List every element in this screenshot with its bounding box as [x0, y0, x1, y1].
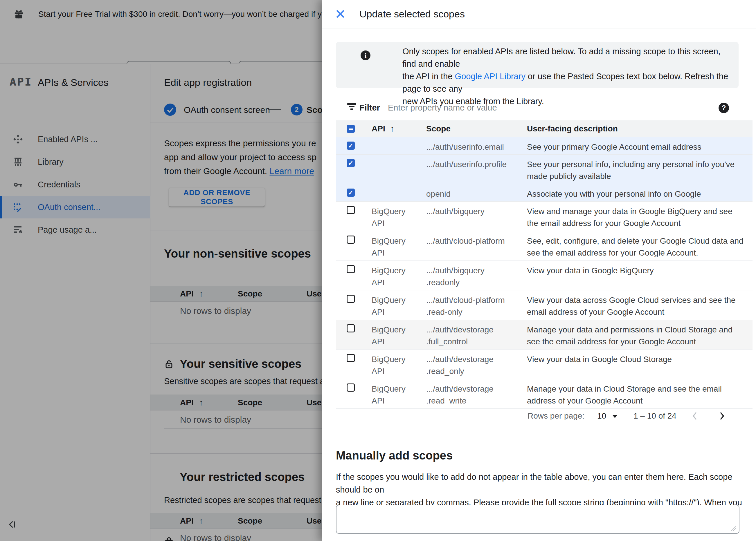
scope-api-cell: BigQuery API: [372, 353, 412, 377]
scopes-table-header: API ↑ Scope User-facing description: [336, 120, 753, 137]
scope-row[interactable]: BigQuery API.../auth/bigqueryView and ma…: [336, 202, 753, 231]
scope-name-cell: .../auth/cloud-platform.read-only: [426, 294, 522, 318]
scope-description-cell: See your primary Google Account email ad…: [527, 141, 748, 153]
scope-checkbox[interactable]: [347, 265, 355, 273]
scope-description-cell: View your data across Google Cloud servi…: [527, 294, 748, 318]
scope-row[interactable]: ✓.../auth/userinfo.emailSee your primary…: [336, 137, 753, 155]
scope-description-cell: View your data in Google Cloud Storage: [527, 353, 748, 365]
rows-per-page-label: Rows per page:: [528, 408, 584, 424]
filter-input[interactable]: Enter property name or value: [388, 96, 497, 120]
pagination-range: 1 – 10 of 24: [633, 408, 676, 424]
scope-api-cell: BigQuery API: [372, 235, 412, 259]
scope-row[interactable]: ✓.../auth/userinfo.profileSee your perso…: [336, 155, 753, 184]
scope-checkbox[interactable]: [347, 354, 355, 362]
scope-row[interactable]: BigQuery API.../auth/devstorage.read_onl…: [336, 349, 753, 379]
scope-checkbox[interactable]: [347, 236, 355, 244]
chevron-down-icon: [612, 415, 618, 418]
scope-name-cell: .../auth/bigquery.readonly: [426, 265, 522, 288]
scopes-table: API ↑ Scope User-facing description ✓...…: [336, 120, 753, 409]
scope-checkbox[interactable]: ✓: [347, 142, 355, 150]
scope-name-cell: .../auth/cloud-platform: [426, 235, 522, 247]
sort-arrow-icon[interactable]: ↑: [390, 120, 395, 137]
update-scopes-panel: Update selected scopes i Only scopes for…: [322, 0, 756, 541]
scope-row[interactable]: BigQuery API.../auth/cloud-platformSee, …: [336, 231, 753, 261]
rows-per-page-select[interactable]: 10: [597, 408, 606, 424]
panel-title: Update selected scopes: [359, 0, 465, 28]
scope-name-cell: .../auth/userinfo.profile: [426, 158, 522, 170]
scope-checkbox[interactable]: [347, 295, 355, 303]
scope-description-cell: Manage your data and permissions in Clou…: [527, 324, 748, 347]
filter-icon: [347, 103, 356, 111]
previous-page-icon[interactable]: [690, 411, 700, 421]
scope-api-cell: BigQuery API: [372, 383, 412, 407]
scope-name-cell: .../auth/devstorage.read_only: [426, 353, 522, 377]
scope-checkbox[interactable]: ✓: [347, 159, 355, 167]
filter-row: Filter Enter property name or value ?: [322, 96, 756, 120]
scope-row[interactable]: ✓openidAssociate you with your personal …: [336, 184, 753, 202]
close-icon[interactable]: [335, 8, 346, 19]
scope-description-cell: Manage your data in Cloud Storage and se…: [527, 383, 748, 407]
help-icon[interactable]: ?: [719, 103, 729, 113]
select-all-checkbox[interactable]: [347, 125, 355, 133]
next-page-icon[interactable]: [717, 411, 727, 421]
scope-name-cell: openid: [426, 188, 522, 200]
scope-api-cell: BigQuery API: [372, 324, 412, 347]
scopes-table-rows: ✓.../auth/userinfo.emailSee your primary…: [336, 137, 753, 409]
scope-api-cell: BigQuery API: [372, 265, 412, 288]
google-api-library-link[interactable]: Google API Library: [455, 72, 525, 81]
scope-api-cell: BigQuery API: [372, 294, 412, 318]
scope-checkbox[interactable]: [347, 383, 355, 392]
divider: [322, 28, 756, 28]
pagination: Rows per page: 10 1 – 10 of 24: [322, 408, 756, 424]
info-banner: i Only scopes for enabled APIs are liste…: [336, 42, 739, 88]
scope-name-cell: .../auth/devstorage.read_write: [426, 383, 522, 407]
manual-scopes-textarea[interactable]: [336, 505, 739, 534]
scope-row[interactable]: BigQuery API.../auth/cloud-platform.read…: [336, 290, 753, 320]
scope-checkbox[interactable]: [347, 324, 355, 332]
scope-description-cell: See, edit, configure, and delete your Go…: [527, 235, 748, 259]
scope-description-cell: View your data in Google BigQuery: [527, 265, 748, 276]
filter-label[interactable]: Filter: [359, 96, 380, 120]
scope-api-cell: BigQuery API: [372, 206, 412, 229]
overlay-scrim[interactable]: [0, 0, 322, 541]
scope-checkbox[interactable]: [347, 206, 355, 214]
scope-description-cell: View and manage your data in Google BigQ…: [527, 206, 748, 229]
scope-name-cell: .../auth/userinfo.email: [426, 141, 522, 153]
scope-row[interactable]: BigQuery API.../auth/devstorage.full_con…: [336, 320, 753, 349]
scope-description-cell: Associate you with your personal info on…: [527, 188, 748, 200]
manually-add-scopes-title: Manually add scopes: [336, 449, 453, 462]
scope-checkbox[interactable]: ✓: [347, 189, 355, 197]
scope-name-cell: .../auth/bigquery: [426, 206, 522, 217]
scope-description-cell: See your personal info, including any pe…: [527, 158, 748, 182]
google-cloud-console: Start your Free Trial with $300 in credi…: [0, 0, 756, 541]
scope-name-cell: .../auth/devstorage.full_control: [426, 324, 522, 347]
scope-row[interactable]: BigQuery API.../auth/devstorage.read_wri…: [336, 379, 753, 409]
info-icon: i: [361, 51, 370, 60]
scope-row[interactable]: BigQuery API.../auth/bigquery.readonlyVi…: [336, 261, 753, 290]
